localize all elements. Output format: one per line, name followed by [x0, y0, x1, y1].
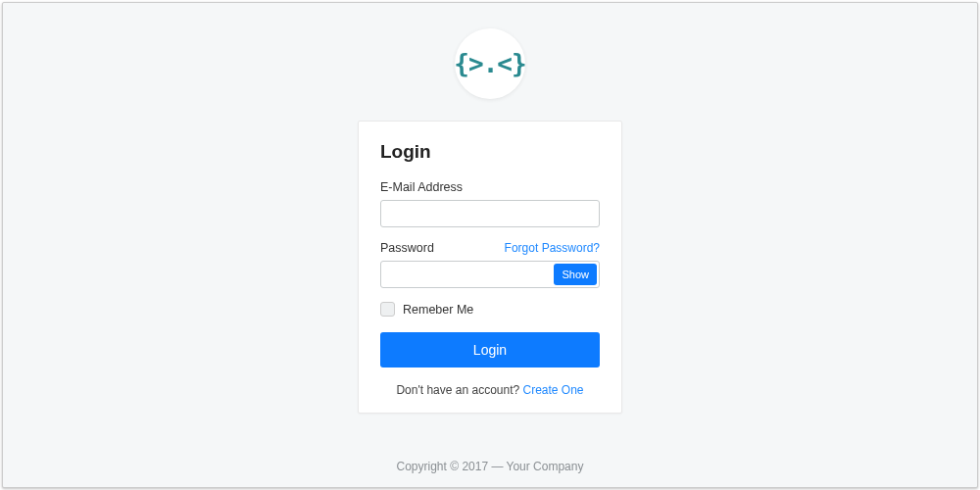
- card-title: Login: [380, 141, 600, 163]
- email-field-group: E-Mail Address: [380, 180, 600, 227]
- remember-row: Remeber Me: [380, 302, 600, 317]
- password-field-group: Password Forgot Password? Show: [380, 241, 600, 288]
- remember-label: Remeber Me: [403, 303, 473, 317]
- signup-prompt: Don't have an account?: [396, 383, 522, 397]
- password-input-wrap: Show: [380, 261, 600, 288]
- remember-checkbox[interactable]: [380, 302, 395, 317]
- forgot-password-link[interactable]: Forgot Password?: [505, 241, 600, 255]
- signup-row: Don't have an account? Create One: [380, 383, 600, 397]
- logo-glyph: {>.<}: [454, 49, 525, 78]
- create-account-link[interactable]: Create One: [523, 383, 584, 397]
- email-label: E-Mail Address: [380, 180, 600, 194]
- password-label-row: Password Forgot Password?: [380, 241, 600, 255]
- logo: {>.<}: [455, 28, 525, 99]
- show-password-button[interactable]: Show: [554, 264, 597, 285]
- login-page: {>.<} Login E-Mail Address Password Forg…: [2, 2, 978, 488]
- email-input[interactable]: [380, 200, 600, 227]
- password-label: Password: [380, 241, 434, 255]
- content-column: {>.<} Login E-Mail Address Password Forg…: [3, 3, 977, 414]
- login-card: Login E-Mail Address Password Forgot Pas…: [358, 121, 622, 414]
- login-button[interactable]: Login: [380, 332, 600, 368]
- footer-copyright: Copyright © 2017 — Your Company: [3, 460, 977, 473]
